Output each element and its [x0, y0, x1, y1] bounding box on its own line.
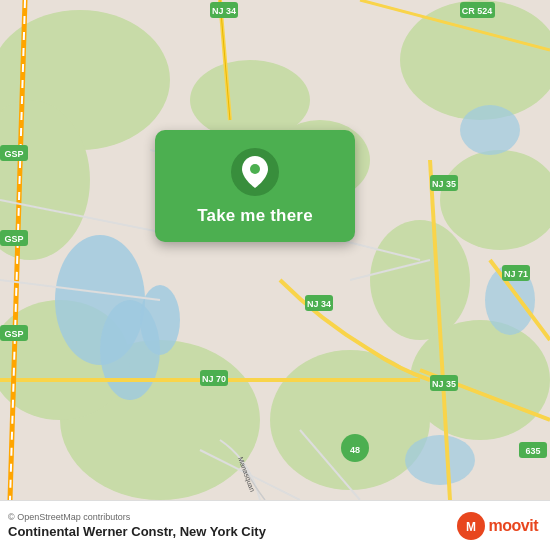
svg-text:NJ 35: NJ 35	[432, 379, 456, 389]
svg-text:635: 635	[525, 446, 540, 456]
copyright-text: © OpenStreetMap contributors	[8, 512, 266, 522]
svg-point-17	[405, 435, 475, 485]
svg-text:48: 48	[350, 445, 360, 455]
svg-text:NJ 71: NJ 71	[504, 269, 528, 279]
svg-text:GSP: GSP	[4, 149, 23, 159]
map-background: GSP GSP GSP NJ 34 CR 524 NJ 35 NJ 71 NJ …	[0, 0, 550, 500]
svg-text:CR 524: CR 524	[462, 6, 493, 16]
svg-text:NJ 34: NJ 34	[307, 299, 331, 309]
svg-text:GSP: GSP	[4, 234, 23, 244]
moovit-logo: M moovit	[457, 512, 538, 540]
moovit-brand-text: moovit	[489, 517, 538, 535]
moovit-brand-icon: M	[457, 512, 485, 540]
svg-text:NJ 70: NJ 70	[202, 374, 226, 384]
svg-point-59	[250, 164, 260, 174]
svg-text:GSP: GSP	[4, 329, 23, 339]
svg-point-5	[370, 220, 470, 340]
map-container: GSP GSP GSP NJ 34 CR 524 NJ 35 NJ 71 NJ …	[0, 0, 550, 500]
bottom-bar: © OpenStreetMap contributors Continental…	[0, 500, 550, 550]
svg-text:NJ 35: NJ 35	[432, 179, 456, 189]
svg-point-14	[140, 285, 180, 355]
svg-text:M: M	[466, 520, 476, 534]
svg-text:NJ 34: NJ 34	[212, 6, 236, 16]
location-title: Continental Werner Constr, New York City	[8, 524, 266, 539]
location-pin-icon	[231, 148, 279, 196]
take-me-there-button-label: Take me there	[197, 206, 313, 226]
take-me-there-card[interactable]: Take me there	[155, 130, 355, 242]
bottom-left-info: © OpenStreetMap contributors Continental…	[8, 512, 266, 539]
svg-point-15	[460, 105, 520, 155]
